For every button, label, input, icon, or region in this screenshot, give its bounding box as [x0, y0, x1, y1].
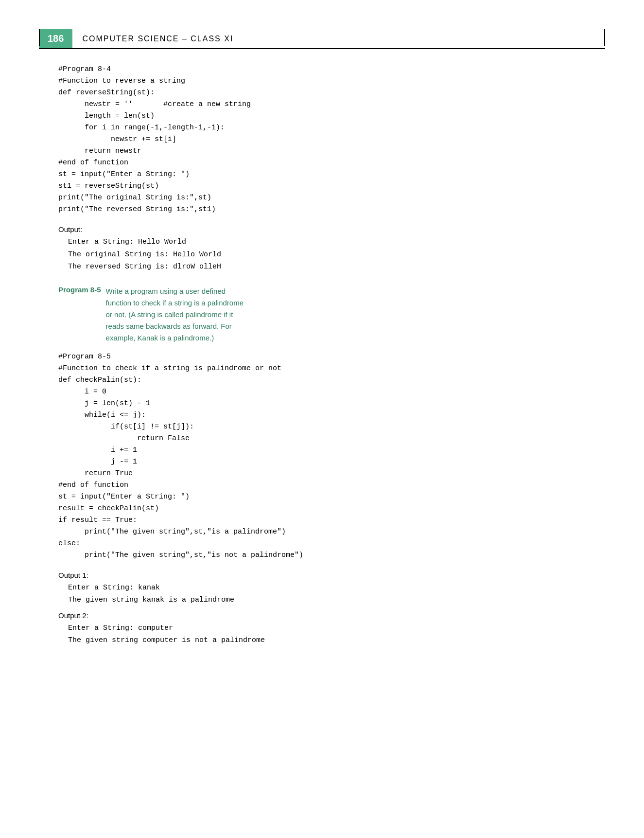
program5-label: Program 8-5	[58, 285, 101, 294]
program4-output-label: Output:	[58, 225, 595, 233]
program4-output-text: Enter a String: Hello World The original…	[68, 236, 595, 273]
program5-output1-text: Enter a String: kanak The given string k…	[68, 582, 595, 606]
program5-output2-text: Enter a String: computer The given strin…	[68, 622, 595, 647]
program5-desc-text: Write a program using a user defined fun…	[106, 285, 244, 344]
main-content: #Program 8-4 #Function to reverse a stri…	[58, 64, 595, 647]
program4-code: #Program 8-4 #Function to reverse a stri…	[58, 64, 595, 215]
top-border-left	[39, 29, 40, 46]
page-number: 186	[39, 29, 72, 48]
header-bar: 186 Computer Science – Class XI	[39, 29, 605, 49]
top-border-right	[604, 29, 605, 46]
page: 186 Computer Science – Class XI #Program…	[0, 29, 644, 838]
header-title: Computer Science – Class XI	[72, 29, 243, 48]
program5-output2-label: Output 2:	[58, 611, 595, 620]
program5-output1-label: Output 1:	[58, 571, 595, 579]
program5-code: #Program 8-5 #Function to check if a str…	[58, 351, 595, 561]
program5-description-block: Program 8-5 Write a program using a user…	[58, 285, 595, 344]
